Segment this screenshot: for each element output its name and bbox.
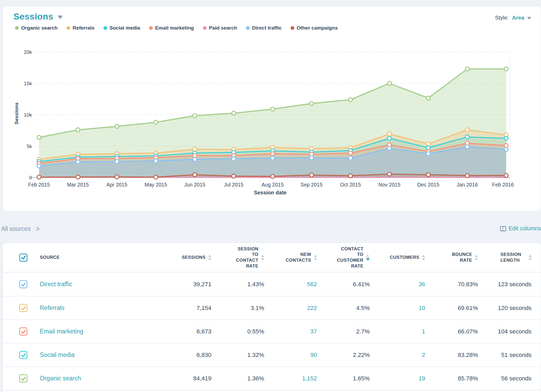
cell-new_contacts[interactable]: 1,152: [264, 375, 317, 382]
row-checkbox-referrals[interactable]: [19, 304, 27, 312]
cell-new_contacts[interactable]: 562: [264, 281, 317, 288]
sort-arrows-icon[interactable]: [366, 255, 370, 261]
column-header-contact_to_customer_rate[interactable]: CONTACTTOCUSTOMERRATE: [317, 246, 370, 269]
row-checkbox-social-media[interactable]: [19, 351, 27, 359]
cell-bounce_rate: 83.28%: [425, 352, 478, 358]
sort-desc-icon: [529, 258, 532, 260]
sort-desc-icon: [208, 258, 211, 260]
cell-session_length: 120 seconds: [478, 305, 541, 312]
column-header-new_contacts[interactable]: NEWCONTACTS: [264, 252, 317, 263]
svg-text:May 2015: May 2015: [145, 182, 167, 188]
edit-columns-label: Edit columns: [509, 225, 541, 232]
table-row-social-media: Social media6,8301.32%902.22%283.28%51 s…: [3, 343, 541, 366]
sort-desc-icon: [366, 258, 370, 261]
cell-customers[interactable]: 10: [370, 305, 425, 312]
sort-desc-icon: [475, 258, 478, 260]
sessions-chart-card: Sessions Style: Area Organic searchRefer…: [3, 6, 541, 211]
svg-text:Feb 2015: Feb 2015: [28, 182, 50, 188]
cell-session_length: 51 seconds: [478, 352, 541, 358]
svg-text:Apr 2015: Apr 2015: [106, 182, 127, 188]
svg-text:10k: 10k: [24, 112, 32, 118]
sort-arrows-icon[interactable]: [261, 255, 264, 260]
column-header-source[interactable]: SOURCE: [36, 255, 116, 260]
svg-text:Sessions: Sessions: [14, 102, 19, 124]
sort-arrows-icon[interactable]: [475, 255, 478, 260]
cell-customers[interactable]: 1: [370, 328, 425, 335]
column-header-session_to_contact_rate[interactable]: SESSIONTOCONTACTRATE: [211, 246, 264, 269]
row-select-cell: [3, 374, 36, 383]
svg-text:Aug 2015: Aug 2015: [262, 182, 284, 188]
cell-new_contacts[interactable]: 90: [264, 352, 317, 358]
svg-text:Session date: Session date: [254, 190, 286, 195]
cell-customers[interactable]: 19: [370, 375, 425, 382]
cell-sessions: 6,673: [116, 328, 211, 335]
svg-text:0: 0: [29, 175, 32, 180]
checkmark-icon: [21, 305, 26, 311]
sort-asc-icon: [314, 255, 317, 257]
source-link-organic-search[interactable]: Organic search: [36, 375, 116, 382]
cell-new_contacts[interactable]: 222: [264, 305, 317, 312]
row-select-cell: [3, 327, 36, 336]
table-row-referrals: Referrals7,1543.1%2224.5%1069.61%120 sec…: [3, 296, 541, 319]
cell-sessions: 84,419: [116, 375, 211, 382]
column-header-sessions[interactable]: SESSIONS: [116, 255, 211, 260]
svg-text:Feb 2016: Feb 2016: [492, 182, 514, 188]
cell-session_to_contact_rate: 1.32%: [211, 352, 264, 358]
checkmark-icon: [21, 255, 26, 260]
column-header-label: CONTACTTOCUSTOMERRATE: [337, 246, 363, 269]
source-link-social-media[interactable]: Social media: [36, 351, 116, 358]
table-row-organic-search: Organic search84,4191.36%1,1521.65%1985.…: [3, 366, 541, 390]
svg-text:Sep 2015: Sep 2015: [301, 182, 323, 188]
sort-asc-icon: [529, 255, 532, 257]
sort-arrows-icon[interactable]: [529, 255, 532, 260]
column-header-label: SOURCE: [40, 255, 116, 260]
svg-text:Nov 2015: Nov 2015: [378, 182, 401, 188]
checkmark-icon: [21, 376, 26, 381]
column-header-bounce_rate[interactable]: BOUNCERATE: [425, 252, 478, 263]
cell-contact_to_customer_rate: 2.7%: [317, 328, 370, 335]
cell-session_to_contact_rate: 3.1%: [211, 305, 264, 312]
sort-asc-icon: [208, 255, 211, 257]
column-header-label: SESSIONS: [182, 255, 206, 260]
source-link-email-marketing[interactable]: Email marketing: [36, 328, 116, 335]
sort-asc-icon: [261, 255, 264, 257]
column-header-label: SESSIONTOCONTACTRATE: [236, 246, 258, 269]
checkmark-icon: [21, 352, 26, 358]
cell-session_to_contact_rate: 0.55%: [211, 328, 264, 335]
row-checkbox-organic-search[interactable]: [19, 374, 27, 383]
cell-new_contacts[interactable]: 37: [264, 328, 317, 335]
edit-columns-button[interactable]: Edit columns: [500, 225, 541, 232]
select-all-checkbox[interactable]: [19, 254, 27, 262]
breadcrumb-label: All sources: [1, 225, 31, 232]
row-select-cell: [3, 351, 36, 359]
sort-desc-icon: [314, 258, 317, 260]
sort-desc-icon: [261, 258, 264, 260]
breadcrumb[interactable]: All sources >: [1, 225, 39, 232]
table-header-row: SOURCESESSIONSSESSIONTOCONTACTRATENEWCON…: [3, 243, 541, 273]
svg-text:Jan 2016: Jan 2016: [457, 182, 478, 188]
sort-arrows-icon[interactable]: [314, 255, 317, 260]
cell-customers[interactable]: 2: [370, 352, 425, 358]
cell-session_length: 123 seconds: [478, 281, 541, 288]
row-select-cell: [3, 304, 36, 312]
column-header-customers[interactable]: CUSTOMERS: [370, 255, 425, 260]
column-header-session_length[interactable]: SESSIONLENGTH: [478, 252, 541, 263]
sort-arrows-icon[interactable]: [208, 255, 211, 260]
sort-arrows-icon[interactable]: [422, 255, 425, 260]
cell-bounce_rate: 85.78%: [425, 375, 478, 382]
svg-text:Oct 2015: Oct 2015: [340, 182, 361, 188]
table-row-direct-traffic: Direct traffic39,2711.43%5626.41%3670.83…: [3, 273, 541, 296]
source-link-referrals[interactable]: Referrals: [36, 304, 116, 312]
column-header-label: CUSTOMERS: [390, 255, 419, 260]
columns-icon: [500, 226, 506, 231]
source-link-direct-traffic[interactable]: Direct traffic: [36, 281, 116, 288]
cell-bounce_rate: 69.61%: [425, 305, 478, 312]
cell-contact_to_customer_rate: 4.5%: [317, 305, 370, 312]
row-checkbox-direct-traffic[interactable]: [19, 280, 27, 288]
svg-text:Jun 2015: Jun 2015: [184, 182, 205, 188]
cell-customers[interactable]: 36: [370, 281, 425, 288]
cell-session_length: 56 seconds: [478, 375, 541, 382]
row-checkbox-email-marketing[interactable]: [19, 327, 27, 336]
table-body: Direct traffic39,2711.43%5626.41%3670.83…: [3, 273, 541, 390]
svg-text:20k: 20k: [24, 49, 32, 55]
